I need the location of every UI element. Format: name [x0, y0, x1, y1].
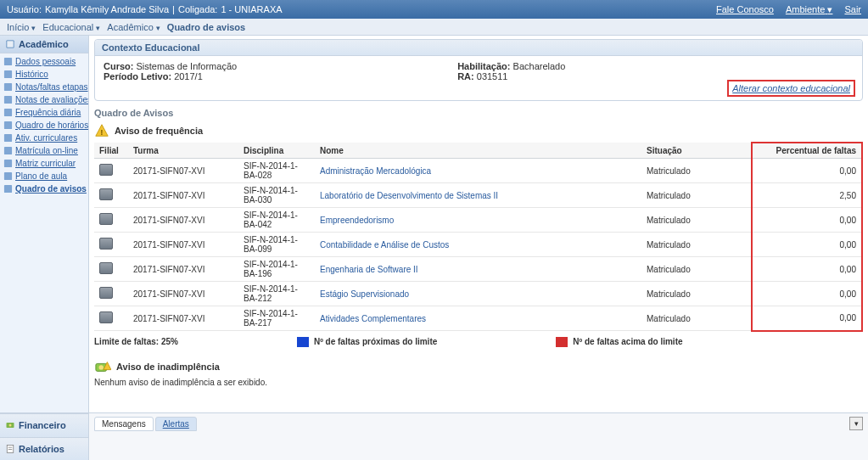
building-icon [99, 188, 113, 200]
svg-rect-8 [4, 134, 12, 142]
sair-link[interactable]: Sair [844, 4, 861, 15]
sidebar-item-1[interactable]: Histórico [0, 68, 88, 81]
cell-nome[interactable]: Contabilidade e Análise de Custos [315, 233, 641, 257]
svg-text:!: ! [100, 127, 103, 137]
sidebar-item-label: Notas/faltas etapas [15, 82, 88, 92]
book-icon [5, 39, 15, 49]
item-icon [3, 146, 13, 155]
building-icon [99, 213, 113, 225]
svg-point-16 [99, 365, 104, 369]
aviso-inadimplencia-label: Aviso de inadimplência [116, 362, 220, 372]
sidebar-item-6[interactable]: Ativ. curriculares [0, 132, 88, 144]
svg-point-19 [9, 424, 12, 427]
category-financeiro[interactable]: Financeiro [0, 413, 88, 437]
panel-dropdown-button[interactable]: ▾ [849, 417, 863, 430]
sidebar-item-4[interactable]: Frequência diária [0, 106, 88, 119]
svg-rect-6 [4, 109, 12, 116]
sidebar-item-5[interactable]: Quadro de horários [0, 119, 88, 132]
habilitacao-label: Habilitação: [457, 61, 510, 71]
cell-turma: 20171-SIFN07-XVI [128, 208, 238, 233]
sidebar-item-label: Dados pessoais [15, 57, 76, 66]
cell-disciplina: SIF-N-2014-1-BA-030 [238, 183, 315, 208]
sidebar-item-0[interactable]: Dados pessoais [0, 55, 88, 68]
cell-filial [94, 282, 128, 306]
sidebar-item-label: Notas de avaliações [15, 95, 88, 104]
cell-nome[interactable]: Estágio Supervisionado [315, 282, 641, 306]
sidebar-item-7[interactable]: Matrícula on-line [0, 144, 88, 157]
svg-rect-2 [4, 58, 12, 65]
svg-rect-12 [4, 185, 12, 193]
curso-value: Sistemas de Informação [137, 61, 238, 71]
cell-percentual: 0,00 [752, 159, 862, 183]
building-icon [99, 287, 113, 299]
item-icon [3, 159, 13, 168]
sidebar-item-8[interactable]: Matriz curricular [0, 157, 88, 170]
th-turma: Turma [128, 143, 238, 159]
content: Contexto Educacional Curso: Sistemas de … [89, 36, 868, 412]
th-nome: Nome [315, 143, 641, 159]
ra-value: 031511 [477, 71, 508, 81]
chevron-down-icon: ▾ [827, 4, 832, 14]
cell-percentual: 2,50 [752, 183, 862, 208]
cell-nome[interactable]: Administração Mercadológica [315, 159, 641, 183]
context-panel: Contexto Educacional Curso: Sistemas de … [94, 39, 863, 101]
legend-swatch-blue-icon [297, 337, 309, 347]
fale-conosco-link[interactable]: Fale Conosco [716, 4, 774, 15]
sidebar-item-2[interactable]: Notas/faltas etapas [0, 81, 88, 93]
breadcrumb-academico[interactable]: Acadêmico ▾ [107, 22, 160, 32]
cell-percentual: 0,00 [752, 257, 862, 282]
category-relatorios[interactable]: Relatórios [0, 437, 88, 461]
chevron-down-icon: ▾ [96, 24, 100, 32]
sidebar: Acadêmico Dados pessoaisHistóricoNotas/f… [0, 36, 89, 412]
tab-alertas[interactable]: Alertas [155, 417, 197, 431]
breadcrumb: Início ▾ Educacional ▾ Acadêmico ▾ Quadr… [0, 19, 868, 36]
cell-nome[interactable]: Engenharia de Software II [315, 257, 641, 282]
item-icon [3, 70, 13, 79]
frequencia-table: Filial Turma Disciplina Nome Situação Pe… [94, 142, 863, 332]
sidebar-header-label: Acadêmico [19, 39, 69, 49]
separator: | [172, 4, 175, 14]
legend: Limite de faltas: 25% Nº de faltas próxi… [94, 337, 863, 347]
breadcrumb-inicio[interactable]: Início ▾ [7, 22, 36, 32]
tab-mensagens[interactable]: Mensagens [94, 417, 154, 431]
legend-over-label: Nº de faltas acima do limite [573, 337, 682, 346]
chevron-down-icon: ▾ [156, 24, 160, 32]
svg-rect-5 [4, 96, 12, 104]
cell-filial [94, 159, 128, 183]
svg-rect-9 [4, 147, 12, 154]
th-percentual: Percentual de faltas [752, 143, 862, 159]
item-icon [3, 184, 13, 194]
th-disciplina: Disciplina [238, 143, 315, 159]
legend-swatch-red-icon [556, 337, 568, 347]
ambiente-link[interactable]: Ambiente ▾ [786, 4, 833, 15]
cell-turma: 20171-SIFN07-XVI [128, 306, 238, 331]
cell-nome[interactable]: Laboratório de Desenvolvimento de Sistem… [315, 183, 641, 208]
money-icon [5, 420, 15, 430]
chevron-down-icon: ▾ [31, 24, 36, 32]
alterar-contexto-link[interactable]: Alterar contexto educacional [727, 80, 855, 97]
table-row: 20171-SIFN07-XVISIF-N-2014-1-BA-196Engen… [94, 257, 862, 282]
sidebar-item-label: Matrícula on-line [15, 146, 78, 155]
breadcrumb-educacional[interactable]: Educacional ▾ [42, 22, 100, 32]
sidebar-item-10[interactable]: Quadro de avisos [0, 182, 88, 195]
table-row: 20171-SIFN07-XVISIF-N-2014-1-BA-099Conta… [94, 233, 862, 257]
item-icon [3, 82, 13, 92]
cell-disciplina: SIF-N-2014-1-BA-099 [238, 233, 315, 257]
user-name: Kamylla Kêmily Andrade Silva [45, 4, 169, 14]
cell-nome[interactable]: Empreendedorismo [315, 208, 641, 233]
sidebar-item-label: Plano de aula [15, 171, 67, 181]
cell-situacao: Matriculado [641, 233, 752, 257]
table-row: 20171-SIFN07-XVISIF-N-2014-1-BA-030Labor… [94, 183, 862, 208]
svg-rect-1 [7, 41, 14, 48]
cell-percentual: 0,00 [752, 208, 862, 233]
sidebar-item-9[interactable]: Plano de aula [0, 170, 88, 182]
user-label: Usuário: [7, 4, 42, 14]
quadro-avisos-title: Quadro de Avisos [94, 108, 863, 118]
cell-disciplina: SIF-N-2014-1-BA-196 [238, 257, 315, 282]
sidebar-header-academico[interactable]: Acadêmico [0, 36, 88, 53]
cell-percentual: 0,00 [752, 306, 862, 331]
chevron-down-icon: ▾ [854, 419, 859, 428]
cell-nome[interactable]: Atividades Complementares [315, 306, 641, 331]
cell-percentual: 0,00 [752, 282, 862, 306]
sidebar-item-3[interactable]: Notas de avaliações [0, 93, 88, 106]
